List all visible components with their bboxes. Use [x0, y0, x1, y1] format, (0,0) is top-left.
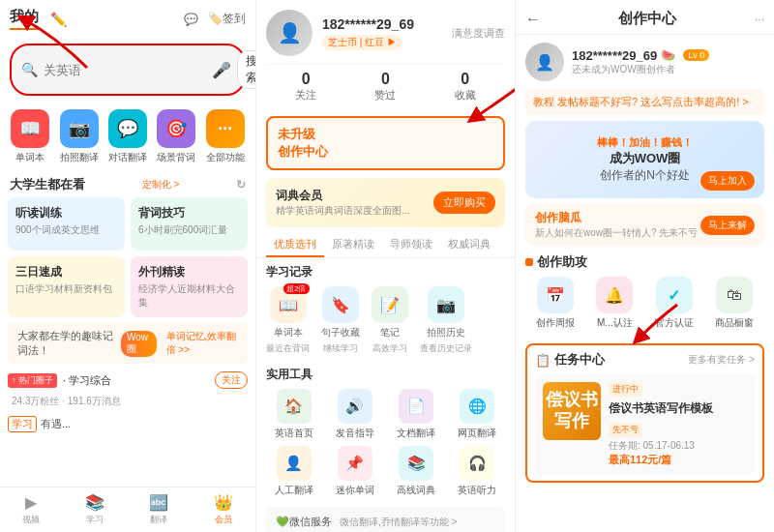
quick-icon-dialog[interactable]: 💬 对话翻译 [108, 109, 147, 164]
creator-icon-shop[interactable]: 🛍 商品橱窗 [715, 277, 754, 330]
card-vocab-tips[interactable]: 背词技巧 6小时刷完600词汇量 [131, 197, 248, 251]
card-listen-sub: 900个词成英文思维 [15, 223, 117, 237]
creator-sub: 还未成为WOW圈创作者 [572, 63, 709, 76]
study-sentence-label: 句子收藏 [321, 326, 360, 340]
notify-label: M...认注 [597, 316, 633, 330]
promo-text: 教程 发帖标题不好写? 这么写点击率超高的! > [533, 96, 749, 107]
tools-title: 实用工具 [266, 367, 505, 383]
follow-button[interactable]: 关注 [215, 371, 248, 389]
search-button[interactable]: 搜索 [237, 50, 256, 89]
refresh-icon[interactable]: ↻ [236, 178, 246, 192]
tab-authoritative[interactable]: 权威词典 [440, 233, 498, 257]
tool-listen[interactable]: 🎧英语听力 [450, 446, 505, 497]
upgrade-box[interactable]: 未升级创作中心 [266, 116, 505, 170]
stat-follow[interactable]: 0 关注 [295, 71, 316, 103]
hot-tag: ↑ 热门圈子 [8, 373, 57, 388]
tool-dict[interactable]: 📚高线词典 [389, 446, 444, 497]
customize-link[interactable]: 定制化 > [142, 178, 180, 192]
tool-pronunciation-label: 发音指导 [336, 427, 374, 440]
tool-home[interactable]: 🏠英语首页 [266, 389, 321, 440]
right-header: ← 创作中心 ··· [516, 0, 774, 35]
buy-button[interactable]: 立即购买 [433, 192, 495, 214]
card-3day[interactable]: 三日速成 口语学习材料新资料包 [8, 256, 125, 317]
tab-original[interactable]: 原著精读 [324, 233, 382, 257]
mic-icon[interactable]: 🎤 [212, 61, 231, 79]
photo-label: 拍照翻译 [60, 151, 99, 164]
go-button[interactable]: 马上来解 [700, 216, 755, 235]
study-sentence[interactable]: 🔖 句子收藏 继续学习 [321, 286, 360, 355]
cert-label: 官方认证 [655, 316, 694, 330]
tool-web-icon: 🌐 [460, 389, 494, 424]
task-icon: 📋 [535, 353, 551, 368]
nav-translate[interactable]: 🔤 翻译 [149, 493, 168, 526]
sign-icon[interactable]: 🏷️签到 [208, 11, 246, 27]
join-button[interactable]: 马上加入 [700, 171, 755, 191]
study-photo[interactable]: 📷 拍照历史 查看历史记录 [420, 286, 472, 355]
quick-icon-photo[interactable]: 📷 拍照翻译 [60, 109, 99, 164]
tool-human-label: 人工翻译 [275, 484, 313, 497]
stat-follow-num: 0 [295, 71, 316, 88]
creator-user-row: 👤 182******29_69 🍉 Lv 0 还未成为WOW圈创作者 [516, 35, 774, 89]
stat-collect[interactable]: 0 收藏 [455, 71, 476, 103]
member-icon: 👑 [214, 493, 233, 512]
creator-icon-notify[interactable]: 🔔 M...认注 [596, 277, 633, 330]
nav-study[interactable]: 📚 学习 [85, 493, 104, 526]
card-listen[interactable]: 听读训练 900个词成英文思维 [8, 197, 125, 251]
become-info: 创作脑瓜 新人如何在wow圈一转情人? 先来不亏 [535, 210, 698, 240]
task-card[interactable]: 偿议书 写作 进行中 偿议书英语写作模板 先不亏 任务期: 05.17-06.1… [535, 374, 755, 475]
nav-video[interactable]: ▶ 视频 [22, 493, 40, 526]
task-thumb-line1: 偿议书 [546, 390, 598, 411]
creator-icon-cert[interactable]: ✓ 官方认证 [655, 277, 694, 330]
tab-mentor[interactable]: 导师领读 [382, 233, 440, 257]
user-info: 182******29_69 芝士币 | 红豆 ▶ [322, 16, 442, 50]
task-info: 进行中 偿议书英语写作模板 先不亏 任务期: 05.17-06.13 最高112… [609, 382, 747, 467]
banner-sub: 创作者的N个好处 [597, 167, 693, 184]
nav-member-label: 会员 [215, 514, 232, 526]
search-input[interactable] [44, 63, 206, 77]
task-title-row: 📋 任务中心 [535, 351, 605, 369]
vocab-sub: 精学英语词典词语深度全面图... [276, 204, 409, 218]
back-button[interactable]: ← [525, 11, 541, 28]
quick-icon-scene[interactable]: 🎯 场景背词 [157, 109, 195, 164]
study-notes[interactable]: 📝 笔记 高效学习 [372, 286, 408, 355]
more-icon[interactable]: ··· [755, 13, 764, 26]
study-vocab-label: 单词本 [274, 326, 303, 340]
study-vocab[interactable]: 📖 超2倍 单词本 最近在背词 [266, 286, 310, 355]
tab-row: 优质选刊 原著精读 导师领读 权威词典 [256, 233, 515, 258]
nav-member[interactable]: 👑 会员 [214, 493, 233, 526]
tool-doc[interactable]: 📄文档翻译 [389, 389, 444, 440]
task-thumb: 偿议书 写作 [543, 382, 601, 440]
tool-human[interactable]: 👤人工翻译 [266, 446, 321, 497]
promo-tip[interactable]: 教程 发帖标题不好写? 这么写点击率超高的! > [525, 89, 764, 115]
wechat-row[interactable]: 💚 微信服务 微信翻译,乔情翻译等功能 > [266, 507, 505, 532]
stat-liked[interactable]: 0 赞过 [374, 71, 396, 103]
translate-icon: 🔤 [149, 493, 168, 512]
wow-badge: Wow圈 [121, 331, 157, 357]
tool-mini[interactable]: 📌迷你单词 [327, 446, 382, 497]
my-tab[interactable]: 我的 [10, 8, 39, 30]
mid-panel: 👤 182******29_69 芝士币 | 红豆 ▶ 满意度调查 0 关注 0… [256, 0, 516, 532]
tools-grid: 🏠英语首页 🔊发音指导 📄文档翻译 🌐网页翻译 👤人工翻译 📌迷你单词 📚高线词… [266, 389, 505, 497]
wow-section[interactable]: 大家都在学的趣味记词法！ Wow圈 单词记忆,效率翻倍 >> [8, 323, 248, 364]
tool-listen-icon: 🎧 [460, 446, 494, 481]
tool-doc-label: 文档翻译 [397, 427, 435, 440]
tool-pronunciation[interactable]: 🔊发音指导 [327, 389, 382, 440]
tab-premium[interactable]: 优质选刊 [266, 233, 324, 257]
creator-icon-weekly[interactable]: 📅 创作周报 [536, 277, 575, 330]
task-name-row: 进行中 [609, 382, 747, 399]
all-label: 全部功能 [206, 151, 245, 164]
task-more[interactable]: 更多有奖任务 > [688, 353, 755, 367]
message-icon[interactable]: 💬 [184, 13, 198, 26]
quick-icon-all[interactable]: ··· 全部功能 [206, 109, 245, 164]
study-photo-icon: 📷 [428, 286, 464, 323]
card-reading[interactable]: 外刊精读 经济学人近期材料大合集 [131, 256, 248, 317]
wechat-sub: 微信翻译,乔情翻译等功能 > [340, 516, 495, 529]
card-vocab-tips-sub: 6小时刷完600词汇量 [138, 223, 240, 237]
tool-web-label: 网页翻译 [458, 427, 496, 440]
vocab-label: 单词本 [15, 151, 45, 164]
study-records-title: 学习记录 [266, 264, 505, 281]
hot-section: ↑ 热门圈子 · 学习综合 关注 24.3万粉丝 · 191.6万消息 [0, 364, 255, 412]
tool-web[interactable]: 🌐网页翻译 [450, 389, 505, 440]
scene-label: 场景背词 [157, 151, 195, 164]
quick-icon-vocab[interactable]: 📖 单词本 [11, 109, 49, 164]
